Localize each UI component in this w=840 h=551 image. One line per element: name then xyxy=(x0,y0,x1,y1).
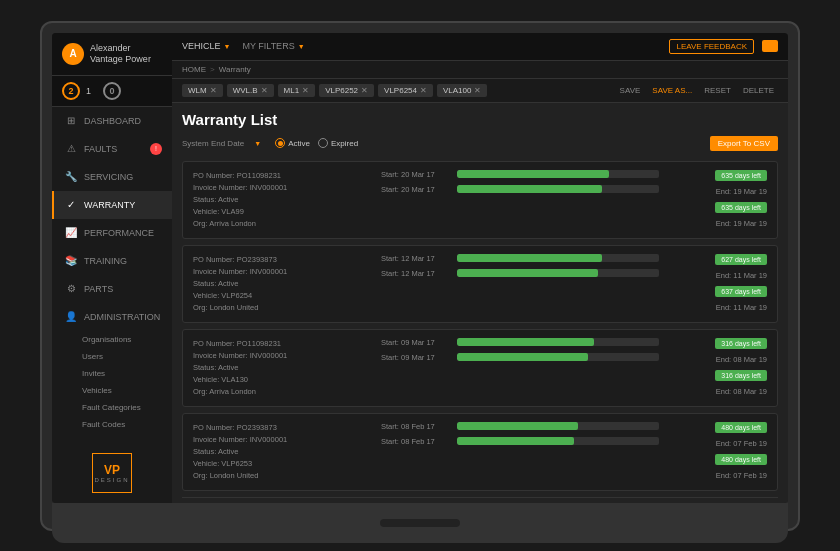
page-title: Warranty List xyxy=(182,111,778,128)
sidebar-label-dashboard: DASHBOARD xyxy=(84,116,141,126)
servicing-icon: 🔧 xyxy=(64,170,78,184)
bar-fill-2 xyxy=(457,185,602,193)
bar-label-2: Start: 09 Mar 17 xyxy=(381,353,451,362)
warranty-card-1: PO Number: PO2393873 Invoice Number: INV… xyxy=(182,245,778,323)
vehicle-menu[interactable]: VEHICLE ▼ xyxy=(182,41,230,51)
filter-tag-label: VLP6254 xyxy=(384,86,417,95)
subnav-users[interactable]: Users xyxy=(72,348,172,365)
radio-active[interactable]: Active xyxy=(275,138,310,148)
filter-tag-wlm[interactable]: WLM ✕ xyxy=(182,84,223,97)
card-info: PO Number: PO11098231 Invoice Number: IN… xyxy=(193,170,373,230)
laptop-notch xyxy=(380,519,460,527)
card-info: PO Number: PO2393873 Invoice Number: INV… xyxy=(193,254,373,314)
sort-dropdown-arrow[interactable]: ▼ xyxy=(254,140,261,147)
breadcrumb: HOME > Warranty xyxy=(172,61,788,79)
sidebar: A Alexander Vantage Power 2 1 0 ⊞ DASHBO… xyxy=(52,33,172,503)
bar-label-1: Start: 09 Mar 17 xyxy=(381,338,451,347)
filter-tag-label: WVL.B xyxy=(233,86,258,95)
card-bars: Start: 12 Mar 17 Start: 12 Mar 17 xyxy=(381,254,659,278)
filter-tag-vla100[interactable]: VLA100 ✕ xyxy=(437,84,487,97)
save-as-filter-btn[interactable]: SAVE AS... xyxy=(648,84,696,97)
breadcrumb-current: Warranty xyxy=(219,65,251,74)
card-status: Status: Active xyxy=(193,446,373,458)
pagination-bar: Showing 1 to 4 of 7 entries Previous 1 2… xyxy=(182,497,778,503)
card-badges: 635 days left End: 19 Mar 19 635 days le… xyxy=(667,170,767,228)
reset-filter-btn[interactable]: RESET xyxy=(700,84,735,97)
filter-tag-wvlb[interactable]: WVL.B ✕ xyxy=(227,84,274,97)
end-date-1: End: 08 Mar 19 xyxy=(716,355,767,364)
stat-circle-2: 0 xyxy=(103,82,121,100)
admin-subnav: Organisations Users Invites Vehicles Fau… xyxy=(52,331,172,433)
end-date-2: End: 08 Mar 19 xyxy=(716,387,767,396)
end-date-1: End: 11 Mar 19 xyxy=(716,271,767,280)
card-org: Org: London United xyxy=(193,470,373,482)
faults-badge: ! xyxy=(150,143,162,155)
filter-actions: SAVE SAVE AS... RESET DELETE xyxy=(616,84,778,97)
card-badges: 480 days left End: 07 Feb 19 480 days le… xyxy=(667,422,767,480)
sort-label: System End Date xyxy=(182,139,244,148)
sidebar-item-training[interactable]: 📚 TRAINING xyxy=(52,247,172,275)
sidebar-label-training: TRAINING xyxy=(84,256,127,266)
filter-tag-close[interactable]: ✕ xyxy=(261,86,268,95)
subnav-organisations[interactable]: Organisations xyxy=(72,331,172,348)
company-name: Vantage Power xyxy=(90,54,151,65)
sidebar-item-administration[interactable]: 👤 ADMINISTRATION xyxy=(52,303,172,331)
bar-row-1: Start: 12 Mar 17 xyxy=(381,254,659,263)
sidebar-item-performance[interactable]: 📈 PERFORMANCE xyxy=(52,219,172,247)
card-bars: Start: 08 Feb 17 Start: 08 Feb 17 xyxy=(381,422,659,446)
card-row: PO Number: PO11098231 Invoice Number: IN… xyxy=(193,170,767,230)
card-vehicle: Vehicle: VLP6253 xyxy=(193,458,373,470)
sidebar-label-warranty: WARRANTY xyxy=(84,200,135,210)
card-row: PO Number: PO11098231 Invoice Number: IN… xyxy=(193,338,767,398)
subnav-vehicles[interactable]: Vehicles xyxy=(72,382,172,399)
sidebar-label-servicing: SERVICING xyxy=(84,172,133,182)
sidebar-item-dashboard[interactable]: ⊞ DASHBOARD xyxy=(52,107,172,135)
card-info: PO Number: PO11098231 Invoice Number: IN… xyxy=(193,338,373,398)
bar-fill-2 xyxy=(457,437,574,445)
feedback-button[interactable]: LEAVE FEEDBACK xyxy=(669,39,754,54)
sidebar-label-parts: PARTS xyxy=(84,284,113,294)
filter-tag-vlp6254[interactable]: VLP6254 ✕ xyxy=(378,84,433,97)
card-row: PO Number: PO2393873 Invoice Number: INV… xyxy=(193,422,767,482)
sidebar-stats-row: 2 1 0 xyxy=(52,76,172,107)
filter-tag-ml1[interactable]: ML1 ✕ xyxy=(278,84,316,97)
sidebar-item-parts[interactable]: ⚙ PARTS xyxy=(52,275,172,303)
sidebar-item-faults[interactable]: ⚠ FAULTS ! xyxy=(52,135,172,163)
subnav-fault-categories[interactable]: Fault Categories xyxy=(72,399,172,416)
filter-tag-label: VLA100 xyxy=(443,86,471,95)
filter-tag-close[interactable]: ✕ xyxy=(210,86,217,95)
subnav-fault-codes[interactable]: Fault Codes xyxy=(72,416,172,433)
filter-tag-label: ML1 xyxy=(284,86,300,95)
filter-tag-close[interactable]: ✕ xyxy=(361,86,368,95)
warranty-card-2: PO Number: PO11098231 Invoice Number: IN… xyxy=(182,329,778,407)
filter-tag-close[interactable]: ✕ xyxy=(420,86,427,95)
filter-tag-close[interactable]: ✕ xyxy=(474,86,481,95)
screen: A Alexander Vantage Power 2 1 0 ⊞ DASHBO… xyxy=(52,33,788,503)
sidebar-item-warranty[interactable]: ✓ WARRANTY xyxy=(52,191,172,219)
bar-track-1 xyxy=(457,422,659,430)
subnav-invites[interactable]: Invites xyxy=(72,365,172,382)
end-date-2: End: 07 Feb 19 xyxy=(716,471,767,480)
sidebar-header: A Alexander Vantage Power xyxy=(52,33,172,76)
card-org: Org: London United xyxy=(193,302,373,314)
delete-filter-btn[interactable]: DELETE xyxy=(739,84,778,97)
save-filter-btn[interactable]: SAVE xyxy=(616,84,645,97)
filter-tag-close[interactable]: ✕ xyxy=(302,86,309,95)
bar-track-1 xyxy=(457,338,659,346)
radio-expired[interactable]: Expired xyxy=(318,138,358,148)
bar-label-1: Start: 12 Mar 17 xyxy=(381,254,451,263)
warranty-card-0: PO Number: PO11098231 Invoice Number: IN… xyxy=(182,161,778,239)
myfilters-menu[interactable]: MY FILTERS ▼ xyxy=(242,41,304,51)
breadcrumb-home[interactable]: HOME xyxy=(182,65,206,74)
controls-row: System End Date ▼ Active Expired Export … xyxy=(182,136,778,151)
export-csv-button[interactable]: Export To CSV xyxy=(710,136,778,151)
card-po: PO Number: PO11098231 xyxy=(193,170,373,182)
sidebar-item-servicing[interactable]: 🔧 SERVICING xyxy=(52,163,172,191)
chat-icon[interactable] xyxy=(762,40,778,52)
bar-track-1 xyxy=(457,170,659,178)
end-date-2: End: 19 Mar 19 xyxy=(716,219,767,228)
filter-tag-vlp6252[interactable]: VLP6252 ✕ xyxy=(319,84,374,97)
vp-logo-subtitle: DESIGN xyxy=(94,477,129,483)
vehicle-label: VEHICLE xyxy=(182,41,221,51)
card-bars: Start: 09 Mar 17 Start: 09 Mar 17 xyxy=(381,338,659,362)
